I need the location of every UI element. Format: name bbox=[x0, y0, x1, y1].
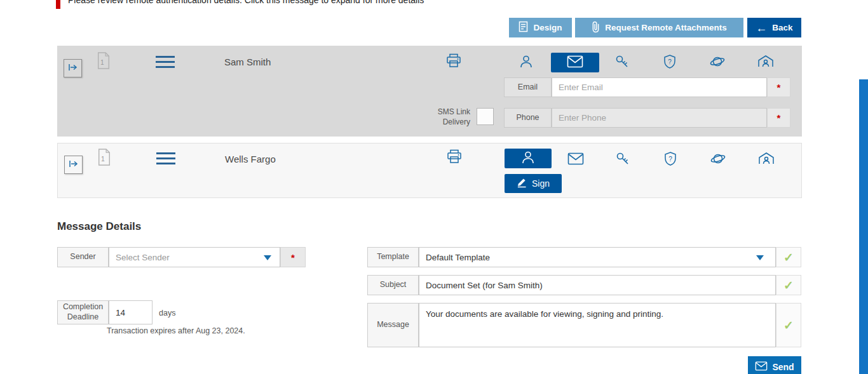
template-valid-indicator: ✓ bbox=[776, 247, 801, 267]
message-field-label: Message bbox=[367, 303, 419, 347]
back-button[interactable]: ← Back bbox=[747, 18, 801, 37]
signing-order-button[interactable] bbox=[64, 59, 82, 77]
print-delivery-button[interactable] bbox=[446, 149, 463, 166]
back-arrow-icon: ← bbox=[756, 22, 767, 34]
message-textarea[interactable]: Your documents are available for viewing… bbox=[419, 303, 776, 347]
signing-order-arrow-icon bbox=[68, 63, 78, 74]
envelope-icon bbox=[567, 55, 583, 70]
print-delivery-button[interactable] bbox=[445, 53, 462, 70]
in-person-signing-button[interactable] bbox=[518, 54, 534, 70]
email-input[interactable] bbox=[552, 77, 767, 97]
days-suffix-label: days bbox=[159, 309, 175, 317]
challenge-question-auth-button[interactable]: ? bbox=[662, 151, 679, 168]
user-icon bbox=[520, 150, 536, 167]
sender-select-value: Select Sender bbox=[116, 253, 170, 262]
sms-link-delivery-checkbox[interactable] bbox=[477, 108, 494, 125]
recipient-name: Sam Smith bbox=[224, 57, 271, 67]
recipient-row-wells-fargo: 1 Wells Fargo ? bbox=[57, 143, 802, 198]
authentication-notice-text: Please review remote authentication deta… bbox=[68, 0, 424, 5]
message-details-heading: Message Details bbox=[57, 220, 141, 233]
document-count-icon: 1 bbox=[97, 149, 111, 168]
pen-icon bbox=[517, 178, 527, 190]
sender-select[interactable]: Select Sender bbox=[109, 247, 280, 267]
remote-online-auth-button[interactable] bbox=[709, 54, 726, 70]
challenge-question-auth-button[interactable]: ? bbox=[661, 54, 678, 70]
phone-input[interactable] bbox=[552, 108, 767, 128]
printer-icon bbox=[446, 149, 463, 166]
envelope-icon bbox=[567, 152, 584, 167]
remote-in-person-button[interactable] bbox=[758, 151, 775, 168]
paperclip-icon bbox=[592, 21, 600, 35]
key-icon bbox=[614, 54, 630, 71]
template-field-label: Template bbox=[367, 247, 419, 267]
send-button-label: Send bbox=[772, 362, 794, 372]
back-button-label: Back bbox=[772, 23, 792, 32]
send-documents-screen: Please review remote authentication deta… bbox=[0, 0, 868, 374]
drag-handle-icon[interactable] bbox=[156, 152, 175, 164]
design-button[interactable]: Design bbox=[509, 18, 572, 37]
recipient-row-sam-smith: 1 Sam Smith ? bbox=[57, 46, 802, 137]
authentication-notice-banner[interactable]: Please review remote authentication deta… bbox=[56, 0, 801, 9]
sms-link-delivery-label: SMS Link Delivery bbox=[431, 107, 470, 127]
password-auth-button[interactable] bbox=[614, 151, 631, 168]
subject-field-label: Subject bbox=[367, 275, 419, 295]
email-field-label: Email bbox=[504, 77, 552, 97]
svg-text:1: 1 bbox=[101, 156, 105, 163]
user-icon bbox=[519, 54, 534, 71]
in-person-signing-button-selected[interactable] bbox=[505, 149, 552, 168]
sender-field-label: Sender bbox=[57, 247, 109, 267]
remote-online-auth-button[interactable] bbox=[710, 151, 726, 168]
drag-handle-icon[interactable] bbox=[156, 56, 175, 68]
question-shield-icon: ? bbox=[662, 54, 677, 71]
recipient-name: Wells Fargo bbox=[225, 154, 276, 164]
svg-text:?: ? bbox=[668, 155, 672, 162]
phone-field-label: Phone bbox=[504, 108, 552, 128]
vertical-scrollbar[interactable] bbox=[859, 79, 868, 374]
message-valid-indicator: ✓ bbox=[776, 303, 801, 347]
question-shield-icon: ? bbox=[663, 151, 678, 168]
chevron-down-icon bbox=[264, 255, 271, 260]
request-remote-attachments-button[interactable]: Request Remote Attachments bbox=[575, 18, 743, 37]
sign-button[interactable]: Sign bbox=[505, 174, 562, 193]
printer-icon bbox=[445, 53, 462, 70]
document-count-icon: 1 bbox=[97, 52, 111, 72]
phone-required-indicator: * bbox=[767, 108, 790, 128]
chevron-down-icon bbox=[756, 255, 764, 260]
email-delivery-button[interactable] bbox=[567, 151, 584, 168]
send-button[interactable]: Send bbox=[748, 356, 801, 374]
password-auth-button[interactable] bbox=[614, 54, 630, 70]
subject-input[interactable] bbox=[419, 275, 776, 295]
sign-button-label: Sign bbox=[532, 178, 550, 189]
email-delivery-button-selected[interactable] bbox=[551, 53, 599, 72]
design-document-icon bbox=[519, 21, 528, 34]
house-person-icon bbox=[758, 151, 775, 168]
key-icon bbox=[615, 151, 630, 168]
expiry-note: Transaction expires after Aug 23, 2024. bbox=[107, 326, 245, 335]
svg-text:?: ? bbox=[668, 58, 672, 65]
send-envelope-icon bbox=[755, 361, 768, 373]
signing-order-arrow-icon bbox=[69, 159, 79, 170]
globe-orbit-icon bbox=[709, 54, 726, 71]
sender-required-indicator: * bbox=[280, 247, 306, 267]
email-required-indicator: * bbox=[767, 77, 790, 97]
request-remote-attachments-label: Request Remote Attachments bbox=[605, 23, 727, 32]
subject-valid-indicator: ✓ bbox=[776, 275, 801, 295]
house-person-icon bbox=[757, 54, 774, 71]
design-button-label: Design bbox=[533, 23, 562, 32]
svg-text:1: 1 bbox=[100, 59, 104, 66]
completion-deadline-input[interactable] bbox=[109, 300, 153, 324]
globe-orbit-icon bbox=[710, 151, 726, 168]
signing-order-button[interactable] bbox=[64, 156, 83, 174]
completion-deadline-label: Completion Deadline bbox=[57, 300, 109, 324]
template-select-value: Default Template bbox=[426, 253, 490, 262]
template-select[interactable]: Default Template bbox=[419, 247, 776, 267]
remote-in-person-button[interactable] bbox=[757, 54, 774, 70]
